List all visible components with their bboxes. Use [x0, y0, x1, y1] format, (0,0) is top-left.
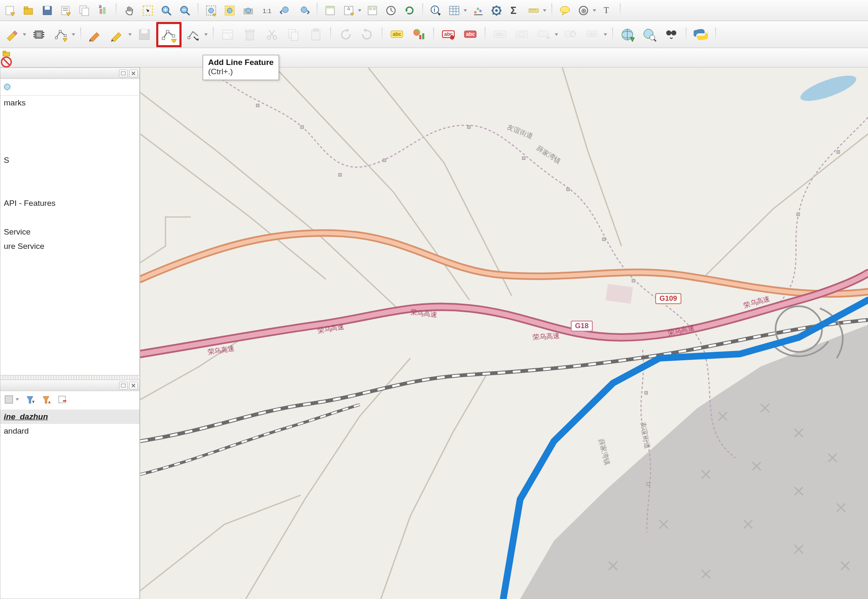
remove-layer-icon[interactable] — [56, 394, 68, 405]
copy-button — [284, 24, 304, 45]
paste-button — [306, 24, 326, 45]
processing-toolbox-button[interactable] — [488, 2, 505, 19]
browser-item[interactable] — [0, 139, 139, 153]
map-tips-button[interactable] — [556, 2, 573, 19]
zoom-full-button[interactable] — [203, 2, 220, 19]
browser-item[interactable] — [0, 210, 139, 225]
add-line-feature-button[interactable] — [156, 22, 182, 47]
zoom-next-button[interactable] — [296, 2, 312, 19]
dropdown-caret-icon[interactable] — [22, 32, 27, 37]
browser-item[interactable] — [0, 167, 139, 182]
filter-orange-up-icon[interactable] — [40, 394, 52, 405]
browser-item[interactable] — [0, 110, 139, 124]
temporal-controller-button[interactable] — [382, 2, 399, 19]
panel-splitter[interactable] — [0, 375, 140, 380]
browser-item[interactable]: Service — [0, 225, 139, 239]
digitizing-toolbar-row: abc abc abc abc abc — [0, 21, 868, 48]
browser-tree[interactable]: marks S API - Features Serviceure Servic… — [0, 96, 139, 375]
dropdown-caret-icon[interactable] — [203, 32, 209, 37]
browser-item[interactable]: API - Features — [0, 196, 139, 210]
save-project-button[interactable] — [39, 2, 56, 19]
show-bookmarks-button[interactable] — [364, 2, 381, 19]
overview-button[interactable] — [661, 24, 681, 45]
zoom-to-selection-button[interactable] — [221, 2, 238, 19]
panel-float-icon[interactable] — [119, 70, 127, 77]
layer-row[interactable]: ine_dazhun — [0, 410, 139, 424]
svg-marker-94 — [63, 38, 67, 42]
svg-text:1:1: 1:1 — [263, 7, 271, 14]
svg-rect-11 — [82, 8, 89, 16]
highlight-label-button[interactable]: abc — [438, 24, 458, 45]
new-spatial-bookmark-button[interactable] — [340, 2, 357, 19]
toggle-label-button[interactable]: abc — [460, 24, 480, 45]
dropdown-caret-icon[interactable] — [357, 8, 362, 13]
osm-search-button[interactable] — [639, 24, 659, 45]
attribute-table-button[interactable] — [446, 2, 463, 19]
statistical-summary-button[interactable] — [469, 2, 486, 19]
panel-float-icon[interactable] — [119, 382, 127, 389]
map-canvas[interactable]: 友谊街道 薛家湾镇 荣乌高速 荣乌高速 荣乌高速 荣乌高速 荣乌高速 荣乌高速 … — [140, 67, 868, 599]
cpu-icon-button[interactable] — [29, 24, 49, 45]
new-map-view-button[interactable] — [322, 2, 339, 19]
edits-pencil-orange-button[interactable] — [85, 24, 106, 45]
vertex-tool-button[interactable] — [51, 24, 71, 45]
toggle-editing-button[interactable] — [107, 24, 127, 45]
diagram-button[interactable] — [409, 24, 429, 45]
layer-row[interactable]: andard — [0, 424, 139, 438]
dropdown-caret-icon[interactable] — [542, 8, 547, 13]
panel-close-icon[interactable] — [129, 70, 138, 77]
browser-item[interactable]: S — [0, 153, 139, 167]
text-annotation-button[interactable]: T — [599, 2, 616, 19]
dropdown-caret-icon[interactable] — [463, 8, 468, 13]
zoom-out-button[interactable] — [176, 2, 193, 19]
browser-item[interactable]: ure Service — [0, 239, 139, 254]
svg-line-68 — [499, 7, 500, 8]
style-manager-button[interactable]: a — [95, 2, 111, 19]
python-console-button[interactable] — [691, 24, 711, 45]
svg-rect-134 — [538, 31, 548, 37]
dropdown-caret-icon[interactable] — [603, 32, 608, 37]
new-project-button[interactable] — [2, 2, 19, 19]
current-edits-button[interactable] — [2, 24, 22, 45]
browser-item[interactable] — [0, 124, 139, 139]
annotation-button[interactable]: ⊕ — [575, 2, 592, 19]
dropdown-caret-icon[interactable] — [554, 32, 559, 37]
label-abc-button[interactable]: abc — [387, 24, 407, 45]
measure-button[interactable] — [525, 2, 542, 19]
pan-to-selection-button[interactable] — [139, 2, 156, 19]
change-label-button: abc — [583, 24, 603, 45]
osm-download-button[interactable] — [617, 24, 637, 45]
browser-item[interactable]: marks — [0, 96, 139, 110]
zoom-last-button[interactable] — [277, 2, 294, 19]
svg-line-145 — [654, 39, 656, 41]
no-data-icon[interactable] — [2, 58, 11, 66]
identify-button[interactable]: i — [427, 2, 444, 19]
browser-item[interactable] — [0, 182, 139, 196]
browser-filter-icon[interactable] — [3, 83, 12, 92]
svg-rect-155 — [121, 384, 125, 387]
svg-marker-80 — [593, 9, 596, 12]
svg-rect-12 — [100, 9, 102, 14]
refresh-button[interactable] — [401, 2, 418, 19]
filter-blue-down-icon[interactable] — [24, 394, 36, 405]
svg-marker-102 — [171, 39, 176, 43]
zoom-in-button[interactable] — [158, 2, 175, 19]
dropdown-caret-icon[interactable] — [127, 32, 133, 37]
dropdown-caret-icon[interactable] — [71, 32, 76, 37]
dropdown-caret-icon[interactable] — [15, 398, 20, 401]
layout-manager-button[interactable] — [76, 2, 93, 19]
svg-rect-84 — [37, 32, 41, 37]
dropdown-caret-icon[interactable] — [592, 8, 597, 13]
layer-list[interactable]: ine_dazhunandard — [0, 408, 139, 599]
layer-style-button[interactable] — [3, 394, 15, 405]
svg-marker-96 — [128, 33, 132, 36]
open-project-button[interactable] — [20, 2, 37, 19]
zoom-to-layer-button[interactable] — [240, 2, 257, 19]
undo-button — [335, 24, 355, 45]
print-layout-button[interactable] — [57, 2, 74, 19]
panel-close-icon[interactable] — [129, 382, 138, 389]
pan-button[interactable] — [121, 2, 138, 19]
field-calculator-button[interactable]: Σ — [507, 2, 524, 19]
zoom-native-button[interactable]: 1:1 — [258, 2, 275, 19]
vertex-tool-all-button[interactable] — [183, 24, 203, 45]
